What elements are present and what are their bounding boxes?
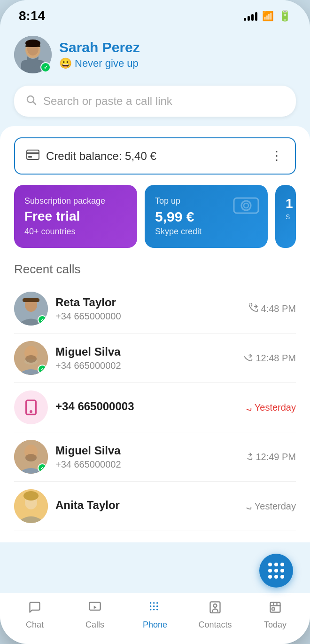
nav-today[interactable]: Today	[245, 601, 305, 630]
call-time-missed: Yesterday	[242, 402, 296, 413]
status-text: Never give up	[75, 57, 139, 70]
svg-point-46	[214, 604, 217, 607]
credit-balance-card[interactable]: Credit balance: 5,40 € ⋮	[14, 137, 296, 175]
nav-calls[interactable]: Calls	[65, 601, 125, 630]
more-options-button[interactable]: ⋮	[271, 149, 284, 163]
online-badge	[40, 62, 51, 72]
svg-point-14	[244, 203, 248, 208]
contacts-label: Contacts	[198, 620, 232, 630]
svg-rect-34	[89, 603, 100, 610]
credit-left: Credit balance: 5,40 €	[26, 149, 156, 163]
call-icon	[242, 501, 252, 512]
svg-point-43	[153, 609, 155, 611]
chat-icon	[28, 601, 41, 617]
call-time-text: 12:49 PM	[243, 451, 296, 463]
phone-frame: 8:14 📶 🔋	[0, 0, 310, 644]
call-icon	[243, 352, 253, 364]
call-time: Yesterday	[242, 402, 296, 413]
call-time: 12:48 PM	[243, 352, 296, 364]
topup-card[interactable]: Top up 5,99 € Skype credit	[145, 185, 268, 248]
dialpad-fab-button[interactable]	[259, 554, 293, 588]
svg-point-6	[25, 40, 40, 47]
profile-name: Sarah Perez	[59, 40, 140, 56]
svg-rect-47	[271, 603, 280, 612]
call-time-text: 12:48 PM	[243, 352, 296, 364]
cards-row: Subscription package Free trial 40+ coun…	[14, 185, 296, 248]
caller-number: +34 665000000	[55, 311, 241, 322]
partial-card: 1 S	[275, 185, 296, 248]
caller-number: +34 665000002	[55, 459, 236, 470]
today-label: Today	[264, 620, 287, 630]
svg-point-44	[156, 609, 158, 611]
svg-point-22	[25, 355, 37, 363]
topup-subtitle: Skype credit	[155, 227, 257, 237]
svg-point-40	[153, 605, 155, 607]
nav-contacts[interactable]: Contacts	[185, 601, 245, 630]
caller-number-only: +34 665000003	[55, 400, 235, 413]
calls-label: Calls	[85, 620, 104, 630]
subscription-subtitle: 40+ countries	[24, 227, 127, 237]
caller-name: Miguel Silva	[55, 345, 236, 358]
call-item[interactable]: Reta Taylor +34 665000000 4:48 PM	[14, 284, 296, 334]
call-info: Anita Taylor	[55, 499, 235, 514]
calls-icon	[88, 601, 101, 617]
caller-number: +34 665000002	[55, 360, 236, 371]
credit-text: Credit balance: 5,40 €	[46, 150, 156, 163]
topup-icon	[232, 194, 260, 222]
avatar[interactable]	[14, 36, 52, 73]
status-icons: 📶 🔋	[244, 10, 291, 22]
svg-point-13	[241, 201, 251, 210]
svg-point-39	[150, 605, 152, 607]
online-indicator	[38, 463, 47, 473]
svg-marker-35	[94, 606, 97, 609]
svg-point-37	[153, 602, 155, 604]
wifi-icon: 📶	[262, 10, 274, 22]
call-item[interactable]: Miguel Silva +34 665000002 12:48 PM	[14, 334, 296, 383]
call-time-text: Yesterday	[242, 501, 296, 512]
svg-point-42	[150, 609, 152, 611]
caller-name: Reta Taylor	[55, 296, 241, 309]
svg-line-8	[33, 102, 36, 105]
call-item[interactable]: Anita Taylor Yesterday	[14, 482, 296, 531]
status-bar: 8:14 📶 🔋	[0, 0, 310, 28]
call-item[interactable]: +34 665000003 Yesterday	[14, 383, 296, 432]
call-info: Miguel Silva +34 665000002	[55, 345, 236, 371]
nav-chat[interactable]: Chat	[5, 601, 65, 630]
status-emoji: 😀	[59, 57, 72, 70]
search-bar[interactable]: Search or paste a call link	[14, 86, 296, 117]
profile-info: Sarah Perez 😀 Never give up	[59, 40, 140, 70]
subscription-card[interactable]: Subscription package Free trial 40+ coun…	[14, 185, 137, 248]
svg-rect-51	[272, 608, 275, 610]
caller-name: Miguel Silva	[55, 444, 236, 457]
subscription-title: Free trial	[24, 209, 127, 224]
svg-point-26	[31, 411, 32, 413]
svg-point-33	[23, 491, 39, 501]
svg-rect-11	[28, 156, 32, 158]
call-avatar	[14, 489, 48, 523]
nav-phone[interactable]: Phone	[125, 601, 185, 630]
call-info: Reta Taylor +34 665000000	[55, 296, 241, 322]
chat-label: Chat	[26, 620, 44, 630]
call-time: 12:49 PM	[243, 451, 296, 463]
call-avatar-phone	[14, 390, 48, 424]
call-time: Yesterday	[242, 501, 296, 512]
search-container: Search or paste a call link	[0, 81, 310, 126]
profile-status: 😀 Never give up	[59, 57, 140, 70]
recent-calls-title: Recent calls	[14, 262, 296, 277]
status-time: 8:14	[19, 8, 45, 24]
call-item[interactable]: Miguel Silva +34 665000002 12:49 PM	[14, 432, 296, 482]
svg-point-36	[150, 602, 152, 604]
call-info: Miguel Silva +34 665000002	[55, 444, 236, 470]
svg-rect-9	[27, 150, 39, 159]
battery-icon: 🔋	[279, 10, 291, 22]
call-time-text: 4:48 PM	[249, 303, 296, 315]
online-indicator	[38, 365, 47, 374]
phone-icon	[148, 601, 162, 617]
dialpad-icon	[266, 561, 286, 580]
svg-point-38	[156, 602, 158, 604]
profile-section: Sarah Perez 😀 Never give up	[0, 28, 310, 81]
svg-point-41	[156, 605, 158, 607]
svg-point-29	[25, 454, 37, 461]
missed-call-icon	[242, 402, 252, 413]
online-indicator	[38, 315, 47, 325]
